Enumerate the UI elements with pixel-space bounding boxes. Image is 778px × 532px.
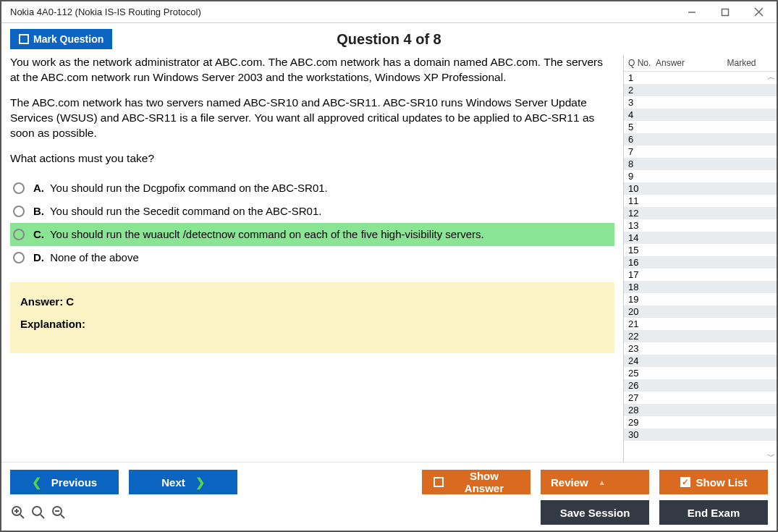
question-list-row[interactable]: 12 (624, 207, 777, 219)
dropdown-icon: ▲ (599, 478, 606, 486)
qno-cell: 24 (628, 355, 656, 366)
question-list-row[interactable]: 21 (624, 318, 777, 330)
option-text: You should run the Secedit command on th… (50, 205, 322, 217)
previous-button[interactable]: ❮ Previous (10, 470, 119, 494)
qno-cell: 9 (628, 171, 656, 182)
question-list-row[interactable]: 7 (624, 145, 777, 158)
show-answer-button[interactable]: Show Answer (422, 470, 530, 494)
option-a[interactable]: A. You should run the Dcgpofix command o… (10, 177, 614, 200)
qno-cell: 2 (628, 85, 656, 96)
window-controls (682, 3, 768, 22)
question-list[interactable]: ︿ ﹀ 123456789101112131415161718192021222… (624, 72, 777, 462)
app-window: Nokia 4A0-112 (Nokia IS-IS Routing Proto… (0, 0, 778, 532)
main-area: You work as the network administrator at… (1, 55, 777, 462)
question-list-row[interactable]: 25 (624, 367, 777, 379)
question-list-row[interactable]: 29 (624, 416, 777, 428)
show-list-button[interactable]: ✓ Show List (659, 470, 768, 494)
option-b[interactable]: B. You should run the Secedit command on… (10, 200, 614, 223)
explanation-label: Explanation: (20, 318, 604, 330)
maximize-button[interactable] (716, 3, 735, 22)
zoom-in-icon[interactable] (30, 504, 46, 520)
close-button[interactable] (749, 3, 768, 22)
show-answer-label: Show Answer (449, 470, 519, 494)
qno-cell: 26 (628, 380, 656, 391)
qno-cell: 10 (628, 183, 656, 194)
question-list-row[interactable]: 6 (624, 133, 777, 145)
question-list-row[interactable]: 23 (624, 342, 777, 355)
question-list-row[interactable]: 14 (624, 232, 777, 244)
qno-cell: 30 (628, 429, 656, 440)
titlebar: Nokia 4A0-112 (Nokia IS-IS Routing Proto… (1, 1, 777, 23)
question-list-row[interactable]: 16 (624, 256, 777, 269)
option-letter: A. (33, 182, 44, 194)
question-counter: Question 4 of 8 (337, 31, 441, 48)
zoom-controls (10, 504, 67, 520)
question-list-row[interactable]: 5 (624, 121, 777, 133)
review-label: Review (551, 476, 588, 489)
qno-cell: 19 (628, 294, 656, 305)
qno-cell: 25 (628, 368, 656, 379)
svg-rect-1 (722, 9, 729, 15)
question-list-row[interactable]: 15 (624, 244, 777, 256)
question-list-row[interactable]: 2 (624, 84, 777, 96)
review-button[interactable]: Review ▲ (541, 470, 649, 494)
question-list-row[interactable]: 30 (624, 428, 777, 441)
question-list-row[interactable]: 11 (624, 195, 777, 207)
col-qno-header: Q No. (624, 58, 656, 68)
qno-cell: 27 (628, 392, 656, 403)
chevron-left-icon: ❮ (32, 476, 41, 489)
svg-point-8 (33, 507, 41, 515)
question-list-row[interactable]: 19 (624, 293, 777, 305)
question-paragraph: What actions must you take? (10, 151, 614, 166)
question-list-row[interactable]: 28 (624, 404, 777, 416)
mark-question-button[interactable]: Mark Question (10, 29, 112, 49)
zoom-reset-icon[interactable] (10, 504, 26, 520)
save-session-label: Save Session (560, 507, 630, 519)
question-list-row[interactable]: 18 (624, 281, 777, 293)
qno-cell: 17 (628, 269, 656, 280)
radio-icon (13, 182, 25, 194)
footer-row-2: Save Session End Exam (10, 500, 768, 525)
options-list: A. You should run the Dcgpofix command o… (10, 177, 614, 269)
question-list-row[interactable]: 17 (624, 269, 777, 281)
col-answer-header: Answer (656, 58, 706, 68)
minimize-button[interactable] (682, 3, 701, 22)
question-list-row[interactable]: 9 (624, 170, 777, 182)
chevron-right-icon: ❯ (195, 476, 205, 489)
scroll-down-icon[interactable]: ﹀ (767, 451, 775, 462)
option-c[interactable]: C. You should run the wuauclt /detectnow… (10, 223, 614, 246)
qno-cell: 22 (628, 331, 656, 342)
question-list-row[interactable]: 8 (624, 158, 777, 170)
save-session-button[interactable]: Save Session (541, 500, 649, 525)
qno-cell: 28 (628, 405, 656, 415)
question-list-row[interactable]: 22 (624, 330, 777, 342)
question-list-row[interactable]: 26 (624, 379, 777, 392)
qno-cell: 3 (628, 97, 656, 108)
option-d[interactable]: D. None of the above (10, 246, 614, 269)
qno-cell: 21 (628, 318, 656, 329)
end-exam-button[interactable]: End Exam (659, 500, 768, 525)
question-list-row[interactable]: 27 (624, 392, 777, 404)
question-list-row[interactable]: 13 (624, 219, 777, 232)
footer: ❮ Previous Next ❯ Show Answer Review ▲ ✓… (1, 462, 777, 531)
mark-question-label: Mark Question (33, 33, 103, 45)
question-list-row[interactable]: 24 (624, 355, 777, 367)
zoom-out-icon[interactable] (51, 504, 67, 520)
qno-cell: 13 (628, 220, 656, 231)
next-button[interactable]: Next ❯ (129, 470, 237, 494)
question-list-row[interactable]: 3 (624, 96, 777, 109)
scroll-up-icon[interactable]: ︿ (767, 72, 775, 83)
question-list-row[interactable]: 10 (624, 182, 777, 195)
question-list-row[interactable]: 1 (624, 72, 777, 84)
qno-cell: 16 (628, 257, 656, 268)
radio-icon (13, 252, 25, 263)
qno-cell: 20 (628, 306, 656, 317)
qno-cell: 12 (628, 208, 656, 219)
question-list-row[interactable]: 4 (624, 109, 777, 121)
question-list-row[interactable]: 20 (624, 305, 777, 318)
question-paragraph: You work as the network administrator at… (10, 55, 614, 85)
qno-cell: 1 (628, 72, 656, 83)
qno-cell: 29 (628, 417, 656, 428)
qno-cell: 23 (628, 343, 656, 354)
check-icon: ✓ (680, 477, 690, 487)
